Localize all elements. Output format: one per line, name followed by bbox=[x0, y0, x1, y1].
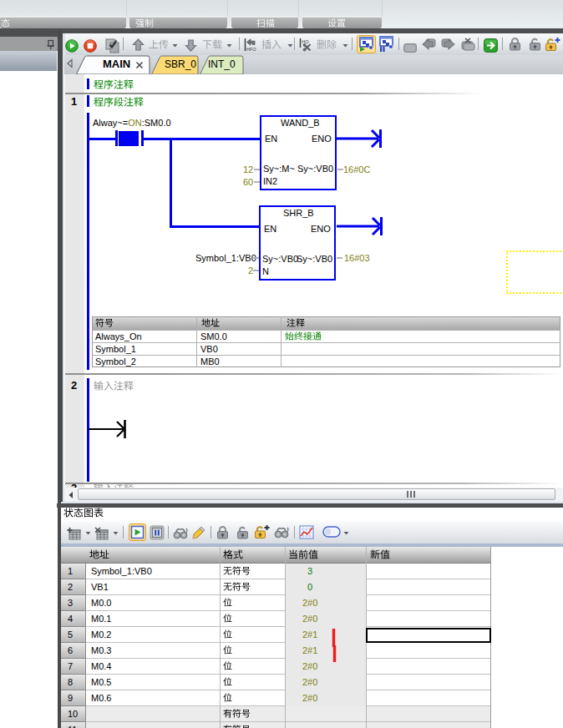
svg-text:HO: HO bbox=[302, 39, 309, 44]
svg-text:HFO: HFO bbox=[246, 47, 256, 52]
